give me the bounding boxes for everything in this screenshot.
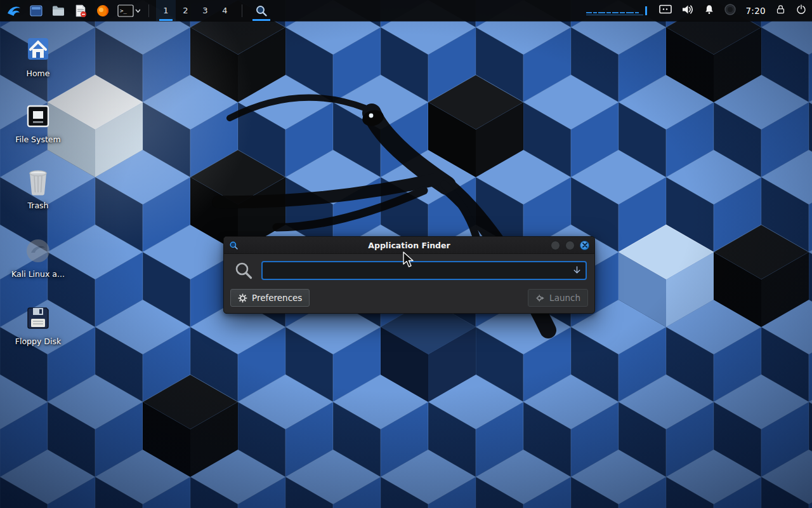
volume-tray-icon[interactable] — [681, 4, 694, 18]
power-icon — [796, 4, 807, 15]
firefox-icon — [96, 4, 110, 18]
speaker-icon — [681, 4, 694, 15]
notifications-tray-icon[interactable] — [704, 4, 715, 18]
status-circle-tray-icon[interactable] — [724, 4, 736, 18]
desktop-icon-label: Kali Linux a... — [6, 269, 70, 279]
panel-tray: 7:20 — [586, 4, 807, 18]
taskbar-application-finder[interactable] — [249, 0, 273, 21]
file-manager-launcher[interactable] — [49, 2, 67, 20]
screen-icon — [659, 4, 672, 15]
document-icon — [74, 4, 88, 18]
desktop-icon-file-system[interactable]: File System — [6, 102, 70, 144]
desktop-icon-label: Home — [6, 69, 70, 78]
workspace-4[interactable]: 4 — [215, 0, 235, 21]
blue-window-icon — [29, 4, 43, 18]
titlebar[interactable]: Application Finder — [224, 237, 594, 254]
magnifier-icon — [255, 4, 268, 17]
panel-separator — [242, 4, 242, 17]
dropdown-caret-icon — [136, 10, 140, 12]
workspace-switcher: 1 2 3 4 — [156, 0, 235, 21]
floppy-icon — [25, 305, 51, 331]
desktop-icon-kali-docs[interactable]: Kali Linux a... — [6, 236, 70, 279]
trash-can-icon — [25, 168, 51, 196]
logout-tray-icon[interactable] — [796, 4, 807, 18]
app-window-launcher[interactable] — [27, 2, 45, 20]
close-button[interactable] — [580, 241, 589, 250]
drive-icon — [25, 103, 51, 130]
preferences-label: Preferences — [252, 293, 302, 303]
launch-label: Launch — [549, 293, 580, 303]
window-title: Application Finder — [224, 241, 594, 250]
terminal-icon: >_ — [117, 4, 140, 18]
workspace-2[interactable]: 2 — [176, 0, 195, 21]
screenshot-tool-tray-icon[interactable] — [659, 4, 672, 17]
faded-circle-icon — [25, 237, 51, 264]
status-circle-icon — [724, 4, 736, 15]
firefox-launcher[interactable] — [94, 2, 112, 20]
close-icon — [582, 243, 587, 248]
bell-icon — [704, 4, 715, 15]
desktop-icon-home[interactable]: Home — [6, 36, 70, 78]
gear-icon — [238, 293, 247, 303]
search-glyph-icon — [234, 261, 253, 280]
terminal-launcher[interactable]: >_ — [116, 2, 141, 20]
minimize-button[interactable] — [551, 241, 560, 250]
status-cursor-bar — [645, 6, 647, 15]
desktop-icon-label: File System — [6, 135, 70, 144]
preferences-button[interactable]: Preferences — [230, 289, 310, 307]
kali-menu-button[interactable] — [5, 2, 23, 20]
clock[interactable]: 7:20 — [745, 6, 766, 16]
app-finder-title-icon — [229, 241, 239, 250]
desktop-icon-floppy-disk[interactable]: Floppy Disk — [6, 304, 70, 346]
launch-button[interactable]: Launch — [528, 289, 588, 307]
maximize-button[interactable] — [565, 241, 575, 250]
lock-icon — [775, 4, 786, 15]
search-input[interactable] — [261, 261, 587, 280]
folder-icon — [51, 4, 65, 18]
panel-separator — [148, 4, 149, 17]
desktop-icon-trash[interactable]: Trash — [6, 168, 70, 210]
application-finder-window: Application Finder — [223, 236, 595, 314]
kali-dragon-icon — [6, 3, 22, 18]
desktop-icon-label: Trash — [6, 201, 70, 210]
lock-screen-tray-icon[interactable] — [775, 4, 786, 18]
panel-status-text — [586, 6, 647, 15]
workspace-1[interactable]: 1 — [156, 0, 176, 21]
house-icon — [24, 37, 52, 64]
launch-icon — [535, 293, 545, 303]
svg-text:>_: >_ — [120, 8, 127, 14]
text-editor-launcher[interactable] — [72, 2, 89, 20]
workspace-3[interactable]: 3 — [195, 0, 215, 21]
desktop-icon-label: Floppy Disk — [6, 337, 70, 346]
top-panel: >_ 1 2 3 4 — [0, 0, 812, 21]
